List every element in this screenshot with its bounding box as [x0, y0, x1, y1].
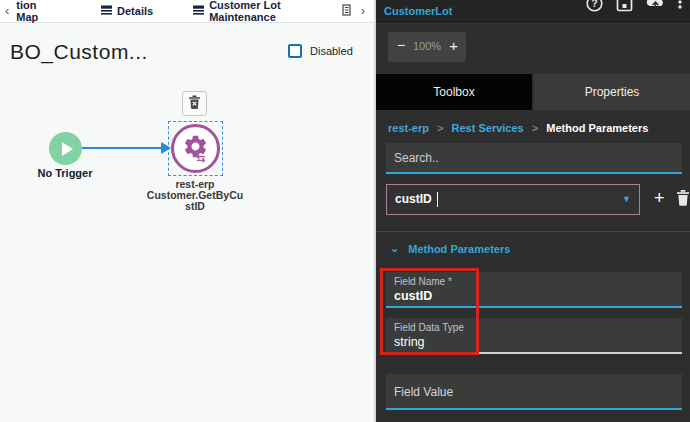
section-title: Method Parameters [408, 243, 510, 255]
panel-tabs: Toolbox Properties [376, 74, 690, 110]
parameter-select-value: custID [395, 192, 432, 206]
save-icon[interactable] [616, 0, 633, 16]
disabled-checkbox[interactable] [288, 44, 302, 58]
tab-label: Details [117, 5, 153, 17]
workflow-canvas[interactable]: BO_Custom... Disabled No Trigger ⇆ rest-… [0, 24, 374, 422]
panel-header: CustomerLot ? [376, 0, 690, 22]
tab-customer-lot-maintenance[interactable]: Customer Lot Maintenance [179, 0, 342, 22]
tab-details[interactable]: Details [87, 0, 167, 22]
workflow-title: BO_Custom... [10, 40, 148, 64]
trash-icon [676, 190, 690, 206]
chevron-down-icon: ▼ [622, 194, 631, 204]
properties-panel: CustomerLot ? − 100% + Toolbox Propertie… [374, 0, 690, 422]
breadcrumb-rest-services[interactable]: Rest Services [452, 122, 524, 134]
field-name-label: Field Name * [394, 276, 452, 287]
tab-toolbox[interactable]: Toolbox [376, 74, 532, 110]
divider [376, 231, 690, 232]
app-window: ‹ tion Map Details Customer Lot Maintena… [0, 0, 690, 422]
zoom-in-button[interactable]: + [449, 37, 458, 54]
field-data-type-input[interactable]: Field Data Type string [386, 318, 682, 354]
text-cursor [437, 192, 438, 207]
breadcrumb-separator: > [532, 122, 538, 134]
tabs-scroll-left-icon[interactable]: ‹ [0, 1, 14, 21]
search-input[interactable] [386, 143, 682, 174]
rest-call-node[interactable] [171, 124, 220, 173]
more-icon[interactable] [678, 0, 682, 13]
help-icon[interactable]: ? [586, 0, 603, 16]
field-value-label: Field Value [394, 385, 453, 399]
method-parameters-section-header[interactable]: ⌄ Method Parameters [390, 242, 510, 255]
field-data-type-label: Field Data Type [394, 322, 464, 333]
tab-properties[interactable]: Properties [534, 74, 690, 110]
field-name-input[interactable]: Field Name * custID [386, 272, 682, 308]
trigger-label: No Trigger [15, 167, 115, 179]
play-icon [62, 142, 73, 156]
grid-icon [101, 5, 112, 18]
field-name-value: custID [394, 289, 432, 303]
gear-icon [182, 133, 209, 164]
breadcrumb-separator: > [437, 122, 443, 134]
tab-list-icon[interactable] [342, 2, 352, 20]
grid-icon [193, 5, 204, 18]
delete-parameter-button[interactable] [676, 190, 690, 210]
connector-arrow [82, 141, 172, 159]
chevron-down-icon: ⌄ [390, 242, 399, 255]
node-label: rest-erp Customer.GetByCu stID [125, 179, 265, 212]
breadcrumb: rest-erp > Rest Services > Method Parame… [388, 122, 648, 134]
field-data-type-value: string [394, 335, 425, 349]
tab-application-map[interactable]: tion Map [14, 0, 69, 22]
add-parameter-button[interactable]: + [654, 188, 665, 209]
parameter-select[interactable]: custID ▼ [386, 184, 640, 215]
node-label-line3: stID [125, 201, 265, 212]
disabled-control: Disabled [288, 44, 353, 58]
tabs-scroll-right-icon[interactable]: › [356, 1, 370, 21]
upload-icon[interactable] [646, 0, 665, 16]
tab-label: tion Map [16, 0, 55, 23]
breadcrumb-current: Method Parameters [546, 122, 648, 134]
delete-node-button[interactable] [182, 91, 207, 116]
svg-text:?: ? [591, 0, 597, 9]
panel-title[interactable]: CustomerLot [384, 5, 452, 17]
breadcrumb-rest-erp[interactable]: rest-erp [388, 122, 429, 134]
document-tabbar: ‹ tion Map Details Customer Lot Maintena… [0, 0, 374, 23]
zoom-control: − 100% + [388, 32, 466, 62]
field-value-input[interactable]: Field Value [386, 374, 682, 410]
tab-label: Customer Lot Maintenance [209, 0, 328, 23]
trash-icon [188, 95, 201, 113]
trigger-node[interactable] [49, 132, 82, 165]
disabled-label: Disabled [310, 45, 353, 57]
